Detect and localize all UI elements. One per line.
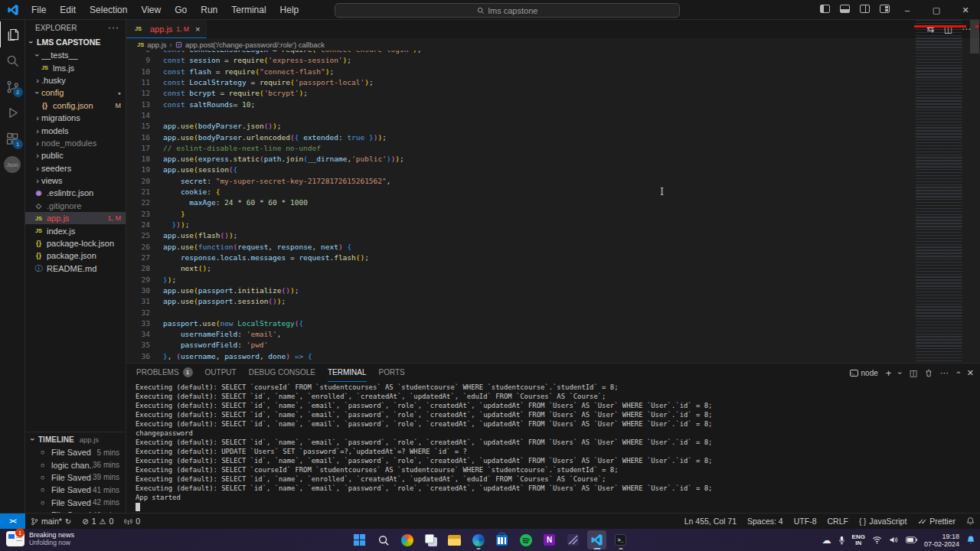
- indentation-item[interactable]: Spaces: 4: [742, 514, 789, 529]
- tree-item-models[interactable]: ›models: [25, 124, 126, 136]
- encoding-item[interactable]: UTF-8: [789, 514, 822, 529]
- terminal-shell-item[interactable]: ›_ node: [850, 369, 878, 377]
- activity-extensions-icon[interactable]: 1: [0, 126, 25, 152]
- panel-tab-output[interactable]: OUTPUT: [205, 364, 237, 382]
- cursor-position-item[interactable]: Ln 455, Col 71: [679, 514, 742, 529]
- menu-terminal[interactable]: Terminal: [225, 2, 272, 18]
- breadcrumb[interactable]: JS app.js › app.post('/change-password/:…: [126, 38, 980, 51]
- taskbar-edge-icon[interactable]: [469, 530, 488, 549]
- wifi-icon[interactable]: [872, 536, 882, 544]
- menu-file[interactable]: File: [25, 2, 52, 18]
- activity-search-icon[interactable]: [0, 47, 25, 73]
- toggle-panel-icon[interactable]: [840, 5, 850, 13]
- terminal-output[interactable]: Executing (default): SELECT `courseId` F…: [136, 383, 977, 513]
- taskbar-terminal-icon[interactable]: >_: [611, 530, 630, 549]
- menu-view[interactable]: View: [135, 2, 167, 18]
- timeline-header[interactable]: › TIMELINE app.js: [25, 432, 126, 446]
- timeline-entry[interactable]: ○File Saved42 mins: [25, 497, 126, 509]
- volume-icon[interactable]: [889, 536, 899, 544]
- terminal-dropdown-icon[interactable]: ›: [897, 371, 905, 373]
- activity-explorer-icon[interactable]: [0, 21, 25, 47]
- tree-item--gitignore[interactable]: ◇.gitignore: [25, 200, 126, 212]
- taskbar-task-view-icon[interactable]: [421, 530, 440, 549]
- tree-item-readme-md[interactable]: ⓘREADME.md: [25, 262, 126, 275]
- tree-item-views[interactable]: ›views: [25, 174, 126, 187]
- close-panel-icon[interactable]: ✕: [967, 368, 974, 378]
- tree-item-app-js[interactable]: JSapp.js1, M: [25, 212, 126, 224]
- tree-item-lms-js[interactable]: JSlms.js: [25, 61, 126, 73]
- tab-app-js[interactable]: JS app.js 1, M ×: [126, 20, 207, 38]
- tree-item-package-json[interactable]: {}package.json: [25, 249, 126, 262]
- tree-item-index-js[interactable]: JSindex.js: [25, 224, 126, 236]
- panel-more-actions-icon[interactable]: ⋯: [940, 368, 949, 378]
- menu-edit[interactable]: Edit: [54, 2, 82, 18]
- activity-profile-icon[interactable]: Json: [0, 152, 25, 178]
- microphone-icon[interactable]: [838, 536, 845, 545]
- taskbar-onenote-icon[interactable]: N: [540, 530, 559, 549]
- breadcrumb-file[interactable]: app.js: [147, 41, 166, 49]
- menu-run[interactable]: Run: [194, 2, 224, 18]
- window-minimize-button[interactable]: –: [893, 0, 922, 20]
- tree-item--tests-[interactable]: ›__tests__: [25, 49, 126, 61]
- panel-tab-debug-console[interactable]: DEBUG CONSOLE: [249, 364, 315, 382]
- explorer-more-actions-icon[interactable]: ···: [108, 22, 119, 33]
- problems-item[interactable]: ⊘ 1 ⚠ 0: [77, 514, 119, 529]
- taskbar-store-icon[interactable]: [492, 530, 511, 549]
- customize-layout-icon[interactable]: [880, 5, 890, 13]
- tree-item-config[interactable]: ›config●: [25, 86, 126, 99]
- new-terminal-icon[interactable]: +: [886, 367, 892, 379]
- tree-item-migrations[interactable]: ›migrations: [25, 112, 126, 124]
- taskbar-copilot-icon[interactable]: [397, 530, 416, 549]
- command-center-search[interactable]: lms capstone: [335, 3, 680, 18]
- taskbar-file-explorer-icon[interactable]: [445, 530, 464, 549]
- timeline-entry[interactable]: ○File Saved5 mins: [25, 446, 126, 458]
- eol-item[interactable]: CRLF: [822, 514, 853, 529]
- split-terminal-icon[interactable]: ◫: [910, 368, 917, 378]
- taskbar-spotify-icon[interactable]: [516, 530, 535, 549]
- taskbar-start-icon[interactable]: [350, 530, 369, 549]
- clock[interactable]: 19:18 07-02-2024: [924, 533, 959, 548]
- tree-item-config-json[interactable]: {}config.jsonM: [25, 99, 126, 112]
- breadcrumb-symbol[interactable]: app.post('/change-password/:role') callb…: [185, 41, 325, 49]
- maximize-panel-icon[interactable]: ›: [953, 371, 962, 374]
- activity-source-control-icon[interactable]: 2: [0, 73, 25, 99]
- language-indicator[interactable]: ENG IN: [852, 534, 865, 546]
- toggle-secondary-sidebar-icon[interactable]: [860, 5, 870, 13]
- tree-item-seeders[interactable]: ›seeders: [25, 162, 126, 174]
- tree-item--husky[interactable]: ›.husky: [25, 74, 126, 86]
- prettier-item[interactable]: ✓✓ Prettier: [912, 514, 961, 529]
- taskbar-vscode-icon[interactable]: [587, 530, 606, 549]
- widgets-button[interactable]: 1 Breaking news Unfolding now: [6, 531, 74, 546]
- tree-item-public[interactable]: ›public: [25, 149, 126, 161]
- tab-close-icon[interactable]: ×: [195, 24, 200, 34]
- ports-item[interactable]: 0: [119, 514, 145, 529]
- notifications-bell-icon[interactable]: [961, 514, 980, 529]
- code-editor[interactable]: 8const connectEnsureLogin = require('con…: [126, 51, 980, 363]
- notification-bell-icon[interactable]: [966, 535, 975, 545]
- tree-item-node-modules[interactable]: ›node_modules: [25, 137, 126, 149]
- root-folder-row[interactable]: › LMS CAPSTONE: [25, 35, 126, 48]
- tree-item--eslintrc-json[interactable]: ◉.eslintrc.json: [25, 187, 126, 199]
- kill-terminal-icon[interactable]: [925, 369, 933, 377]
- panel-tab-terminal[interactable]: TERMINAL: [328, 364, 367, 382]
- language-mode-item[interactable]: { } JavaScript: [854, 514, 913, 529]
- menu-help[interactable]: Help: [274, 2, 305, 18]
- panel-tab-problems[interactable]: PROBLEMS1: [136, 364, 193, 382]
- onedrive-icon[interactable]: ☁: [822, 535, 831, 546]
- timeline-entry[interactable]: ○File Saved41 mins: [25, 484, 126, 496]
- timeline-entry[interactable]: ○logic chan...36 mins: [25, 458, 126, 471]
- window-maximize-button[interactable]: ▢: [922, 0, 951, 20]
- menu-go[interactable]: Go: [168, 2, 193, 18]
- toggle-sidebar-icon[interactable]: [820, 5, 830, 13]
- activity-run-debug-icon[interactable]: [0, 99, 25, 126]
- timeline-entry[interactable]: ○File Saved39 mins: [25, 471, 126, 484]
- panel-tab-ports[interactable]: PORTS: [379, 364, 405, 382]
- git-branch-item[interactable]: main* ↻: [25, 514, 77, 529]
- tree-item-package-lock-json[interactable]: {}package-lock.json: [25, 237, 126, 249]
- remote-indicator[interactable]: ><: [0, 514, 25, 529]
- menu-selection[interactable]: Selection: [83, 2, 133, 18]
- battery-icon[interactable]: [906, 536, 917, 543]
- window-close-button[interactable]: ✕: [951, 0, 980, 20]
- taskbar-designer-icon[interactable]: [564, 530, 583, 549]
- taskbar-search-icon[interactable]: [374, 530, 393, 549]
